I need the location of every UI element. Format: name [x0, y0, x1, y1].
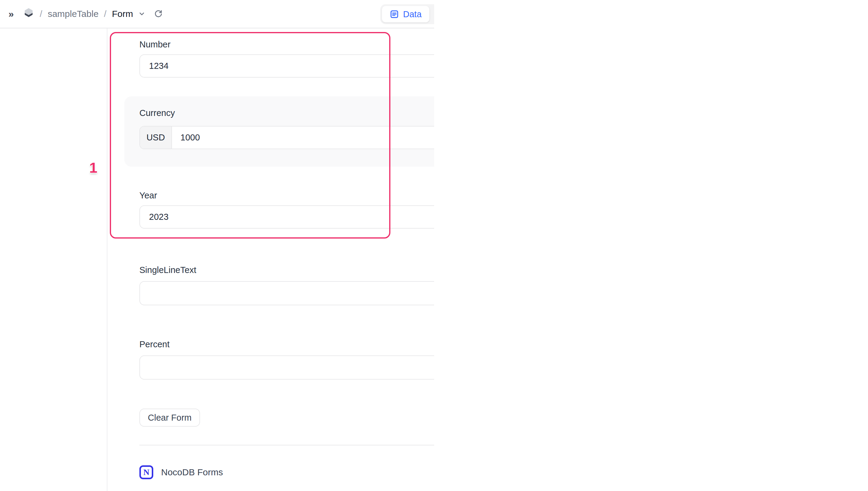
nocodb-form-builder: » / sampleTable / Form Data Details	[0, 0, 434, 491]
annotation-1: 1	[89, 160, 97, 176]
currency-input[interactable]	[172, 126, 434, 149]
field-label: Percent	[140, 339, 434, 350]
field-label: SingleLineText	[140, 264, 434, 276]
tab-details[interactable]: Details	[431, 6, 434, 22]
expand-sidebar-icon[interactable]: »	[8, 8, 13, 20]
breadcrumb-table[interactable]: sampleTable	[48, 9, 98, 19]
collapsed-left-pane	[0, 28, 107, 491]
currency-input-group: USD	[140, 126, 434, 149]
year-input[interactable]	[140, 205, 434, 229]
clear-form-button[interactable]: Clear Form	[140, 409, 200, 427]
percent-input[interactable]	[140, 355, 434, 380]
nocodb-branding[interactable]: N NocoDB Forms	[140, 465, 434, 479]
data-table-icon	[390, 10, 399, 19]
view-mode-switcher: Data Details	[380, 4, 434, 24]
form-actions: Clear Form Submit	[140, 409, 434, 427]
nocodb-logo-icon: N	[140, 465, 153, 479]
chevron-down-icon[interactable]	[138, 10, 145, 17]
form-preview: Number Currency USD Year	[107, 28, 434, 491]
field-label: Number	[140, 39, 434, 50]
form-footer-divider	[140, 445, 434, 445]
singlelinetext-input[interactable]	[140, 281, 434, 305]
field-label: Year	[140, 190, 434, 201]
breadcrumb-separator: /	[104, 9, 106, 19]
form-field-percent: Percent	[140, 339, 434, 380]
breadcrumb-separator: /	[40, 9, 42, 19]
refresh-icon[interactable]	[154, 10, 163, 18]
form-field-currency[interactable]: Currency USD	[124, 96, 434, 167]
breadcrumb-view[interactable]: Form	[112, 9, 133, 19]
form-field-number: Number	[140, 39, 434, 78]
branding-label: NocoDB Forms	[161, 467, 223, 478]
currency-prefix[interactable]: USD	[140, 126, 172, 149]
tab-data[interactable]: Data	[382, 6, 429, 22]
field-label: Currency	[140, 107, 434, 119]
base-logo-icon[interactable]	[23, 7, 34, 21]
tab-data-label: Data	[403, 9, 422, 19]
top-bar: » / sampleTable / Form Data Details	[0, 0, 434, 28]
number-input[interactable]	[140, 54, 434, 78]
form-field-singlelinetext: SingleLineText	[140, 264, 434, 305]
form-canvas: 1 Number Currency USD Year	[107, 28, 434, 491]
breadcrumb: » / sampleTable / Form	[0, 7, 163, 21]
form-field-year: Year	[140, 190, 434, 229]
